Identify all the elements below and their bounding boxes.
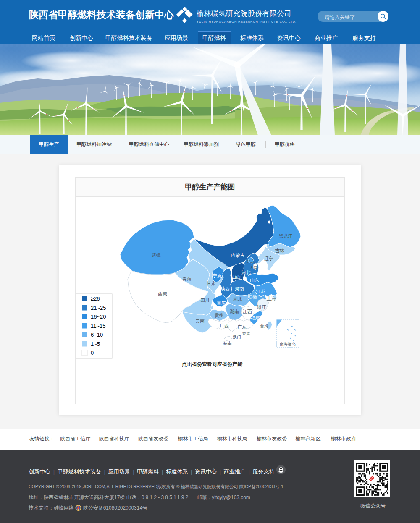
svg-text:内蒙古: 内蒙古	[231, 253, 245, 258]
svg-text:云南: 云南	[195, 319, 205, 324]
svg-text:1~5: 1~5	[91, 341, 100, 347]
svg-text:辽宁: 辽宁	[264, 256, 273, 261]
svg-text:16~20: 16~20	[91, 314, 106, 320]
svg-text:福建: 福建	[251, 315, 260, 320]
svg-text:点击省份查看对应省份产能: 点击省份查看对应省份产能	[182, 361, 243, 367]
svg-text:甘肃: 甘肃	[207, 281, 216, 286]
svg-text:广西: 广西	[220, 323, 229, 328]
svg-text:湖北: 湖北	[233, 296, 242, 301]
svg-text:上海: 上海	[267, 296, 276, 301]
svg-text:澳门: 澳门	[233, 335, 241, 339]
svg-text:≥26: ≥26	[91, 295, 100, 302]
svg-text:新疆: 新疆	[152, 252, 161, 257]
svg-text:6~10: 6~10	[91, 332, 103, 338]
svg-text:浙江: 浙江	[257, 304, 266, 309]
svg-text:北京: 北京	[247, 259, 255, 264]
svg-text:南海诸岛: 南海诸岛	[280, 342, 296, 346]
svg-text:江苏: 江苏	[256, 289, 265, 294]
svg-text:陕西: 陕西	[220, 286, 230, 291]
svg-text:山东: 山东	[250, 277, 259, 282]
svg-text:重庆: 重庆	[217, 301, 226, 306]
svg-text:河北: 河北	[242, 270, 251, 275]
svg-text:0: 0	[91, 350, 94, 356]
svg-text:海南: 海南	[223, 341, 232, 346]
svg-text:青海: 青海	[182, 276, 192, 281]
svg-text:四川: 四川	[200, 298, 210, 303]
svg-text:江西: 江西	[242, 309, 252, 314]
svg-text:21~25: 21~25	[91, 305, 106, 311]
svg-text:台湾: 台湾	[260, 324, 268, 328]
svg-text:湖南: 湖南	[229, 309, 239, 314]
svg-text:河南: 河南	[235, 286, 244, 291]
svg-text:11~15: 11~15	[91, 323, 106, 329]
svg-text:贵州: 贵州	[215, 313, 224, 318]
svg-text:宁夏: 宁夏	[213, 273, 222, 278]
svg-text:黑龙江: 黑龙江	[279, 233, 293, 238]
svg-text:安徽: 安徽	[248, 295, 257, 300]
svg-text:天津: 天津	[249, 265, 258, 270]
svg-text:香港: 香港	[242, 331, 251, 336]
svg-text:广东: 广东	[237, 324, 247, 329]
svg-text:山西: 山西	[231, 274, 241, 279]
svg-text:西藏: 西藏	[158, 291, 167, 296]
svg-text:吉林: 吉林	[275, 248, 284, 253]
